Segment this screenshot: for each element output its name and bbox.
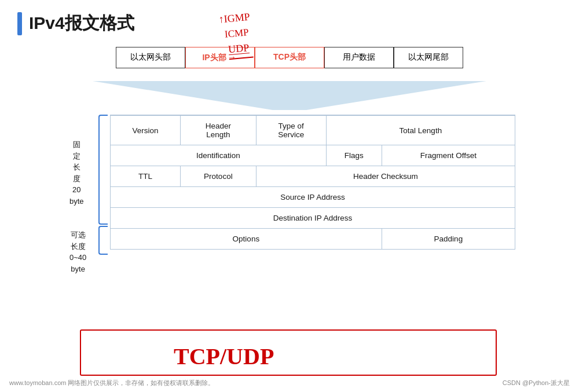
cell-fragment-offset: Fragment Offset <box>382 145 515 166</box>
svg-marker-0 <box>93 81 486 110</box>
cell-padding: Padding <box>382 229 515 250</box>
fixed-label: 固定长度 20 byte <box>69 139 84 207</box>
footer-left: www.toymoban.com 网络图片仅供展示，非存储，如有侵权请联系删除。 <box>9 379 214 387</box>
cell-version: Version <box>111 115 181 145</box>
cell-flags: Flags <box>326 145 382 166</box>
cell-header-length: HeaderLength <box>181 115 256 145</box>
funnel-shape <box>93 81 486 110</box>
cell-ttl: TTL <box>111 166 181 187</box>
header-cell-userdata: 用户数据 <box>324 47 394 68</box>
ipv4-table: Version HeaderLength Type ofService Tota… <box>110 115 515 250</box>
title-area: IPv4报文格式 <box>17 12 562 35</box>
cell-total-length: Total Length <box>326 115 515 145</box>
bracket-fixed <box>98 115 108 225</box>
header-cell-tcp: TCP头部 <box>255 47 324 68</box>
header-cell-ethernet-tail: 以太网尾部 <box>394 47 463 68</box>
cell-destination-ip: Destination IP Address <box>111 208 515 229</box>
cell-protocol: Protocol <box>181 166 256 187</box>
optional-label: 可选长度 0~40 byte <box>69 229 86 274</box>
annotation-area: ↑IGMP ICMP UDP <box>218 9 254 58</box>
header-bar: 以太网头部 IP头部→ TCP头部 用户数据 以太网尾部 <box>87 47 492 68</box>
table-row: TTL Protocol Header Checksum <box>111 166 515 187</box>
title-arrow-decoration <box>17 12 22 35</box>
table-row: Destination IP Address <box>111 208 515 229</box>
footer-right: CSDN @Python-派大星 <box>503 379 570 387</box>
table-row: Options Padding <box>111 229 515 250</box>
table-row: Identification Flags Fragment Offset <box>111 145 515 166</box>
bracket-optional <box>98 226 108 255</box>
tcp-udp-label: TCP/UDP <box>174 343 274 370</box>
annotation-line3: UDP <box>228 39 253 57</box>
header-cell-ethernet-head: 以太网头部 <box>116 47 185 68</box>
cell-options: Options <box>111 229 382 250</box>
page-title: IPv4报文格式 <box>29 12 134 35</box>
cell-source-ip: Source IP Address <box>111 187 515 208</box>
cell-type-of-service: Type ofService <box>256 115 326 145</box>
cell-identification: Identification <box>111 145 327 166</box>
page-container: IPv4报文格式 ↑IGMP ICMP UDP 以太网头部 IP头部→ TCP头… <box>0 0 579 392</box>
table-row: Version HeaderLength Type ofService Tota… <box>111 115 515 145</box>
cell-header-checksum: Header Checksum <box>256 166 515 187</box>
tcp-udp-border-box <box>80 329 497 376</box>
diagram-area: 固定长度 20 byte 可选长度 0~40 byte Version Head… <box>17 115 562 250</box>
funnel-container <box>17 81 562 110</box>
table-row: Source IP Address <box>111 187 515 208</box>
